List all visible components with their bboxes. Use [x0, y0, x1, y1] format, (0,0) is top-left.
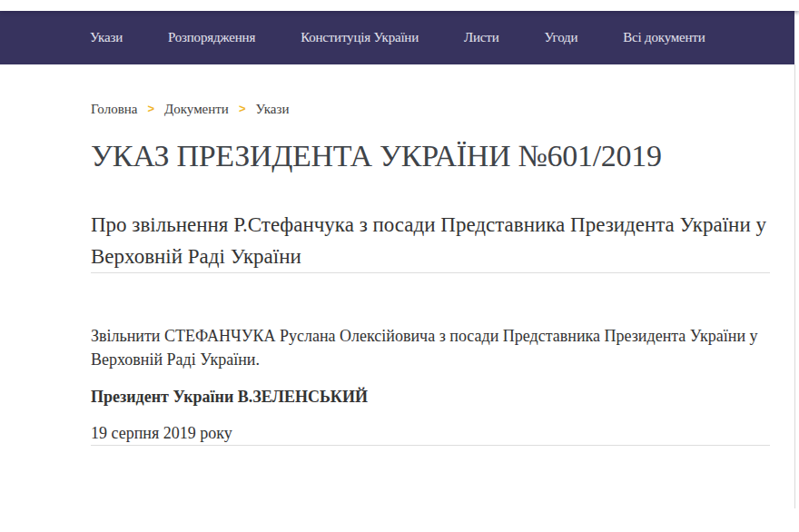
breadcrumb-item-documents[interactable]: Документи	[164, 102, 229, 117]
nav-item-decrees[interactable]: Укази	[90, 30, 123, 45]
nav-item-agreements[interactable]: Угоди	[544, 30, 577, 45]
content-area: Головна > Документи > Укази УКАЗ ПРЕЗИДЕ…	[91, 102, 770, 446]
signature-line: Президент України В.ЗЕЛЕНСЬКИЙ	[91, 385, 770, 409]
breadcrumb: Головна > Документи > Укази	[91, 102, 770, 117]
nav-item-constitution[interactable]: Конституція України	[301, 30, 419, 45]
divider-top	[91, 272, 770, 273]
nav-item-all-documents[interactable]: Всі документи	[623, 30, 705, 45]
document-date: 19 серпня 2019 року	[91, 421, 770, 445]
chevron-right-icon: >	[147, 102, 154, 115]
scrollbar[interactable]	[794, 64, 795, 508]
nav-item-letters[interactable]: Листи	[464, 30, 498, 45]
chevron-right-icon: >	[239, 102, 246, 115]
document-subtitle: Про звільнення Р.Стефанчука з посади Пре…	[91, 209, 770, 272]
breadcrumb-item-home[interactable]: Головна	[91, 102, 137, 117]
divider-bottom	[91, 445, 770, 446]
header-strip	[0, 0, 799, 11]
breadcrumb-item-decrees-current: Укази	[255, 102, 289, 117]
document-body-text: Звільнити СТЕФАНЧУКА Руслана Олексійович…	[91, 324, 770, 371]
nav-item-orders[interactable]: Розпорядження	[168, 30, 255, 45]
page-title: УКАЗ ПРЕЗИДЕНТА УКРАЇНИ №601/2019	[91, 136, 770, 176]
main-nav: Укази Розпорядження Конституція України …	[0, 11, 794, 64]
